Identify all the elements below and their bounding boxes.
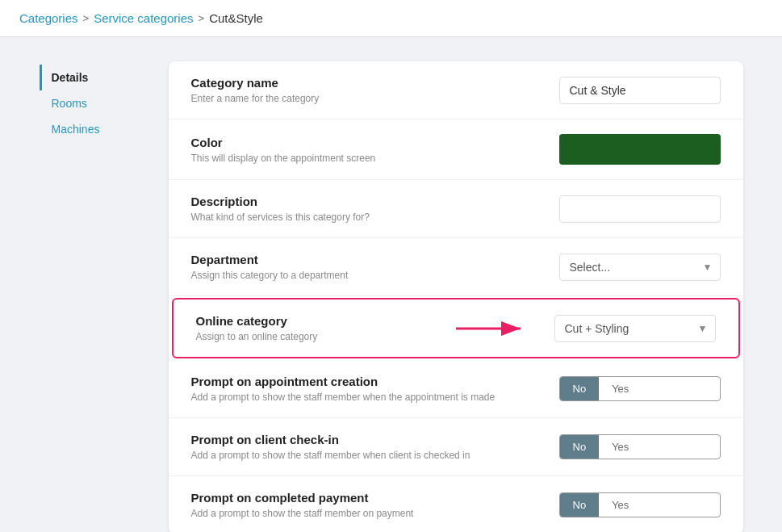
control-online-category: Cut + Styling Hair Color Treatments ▼ [554,315,716,342]
field-info-prompt-checkin: Prompt on client check-in Add a prompt t… [191,433,543,461]
select-wrapper-department: Select... ▼ [559,253,721,281]
desc-category-name: Enter a name for the category [191,93,543,104]
field-color: Color This will display on the appointme… [169,119,743,180]
toggle-yes-checkin[interactable]: Yes [599,435,642,459]
control-prompt-appointment: No Yes [559,376,721,401]
toggle-no-checkin[interactable]: No [560,435,600,459]
field-info-department: Department Assign this category to a dep… [191,253,543,281]
field-description: Description What kind of services is thi… [169,180,743,238]
desc-description: What kind of services is this category f… [191,212,543,223]
input-category-name[interactable] [559,77,721,104]
sidebar-item-details[interactable]: Details [40,65,169,90]
form-card: Category name Enter a name for the categ… [169,61,743,532]
toggle-group-appointment: No Yes [559,376,721,401]
label-prompt-appointment: Prompt on appointment creation [191,375,543,388]
sidebar: Details Rooms Machines [40,61,169,532]
control-category-name [559,77,721,104]
desc-department: Assign this category to a department [191,270,543,281]
label-prompt-checkin: Prompt on client check-in [191,433,543,446]
label-department: Department [191,253,543,266]
input-description[interactable] [559,195,721,223]
toggle-group-payment: No Yes [559,492,721,517]
label-color: Color [191,136,543,149]
desc-color: This will display on the appointment scr… [191,153,543,164]
field-prompt-payment: Prompt on completed payment Add a prompt… [169,476,743,532]
arrow-annotation [456,316,529,341]
field-info-online-category: Online category Assign to an online cate… [196,314,354,342]
desc-prompt-payment: Add a prompt to show the staff member on… [191,508,543,519]
control-color [559,134,721,165]
color-swatch[interactable] [559,134,721,165]
field-online-category: Online category Assign to an online cate… [172,298,740,358]
top-bar: Categories > Service categories > Cut&St… [0,0,782,37]
desc-online-category: Assign to an online category [196,331,354,342]
field-department: Department Assign this category to a dep… [169,238,743,296]
control-description [559,195,721,223]
field-info-description: Description What kind of services is thi… [191,195,543,223]
select-wrapper-online-category: Cut + Styling Hair Color Treatments ▼ [554,315,716,342]
breadcrumb-sep-2: > [199,12,205,24]
toggle-yes-payment[interactable]: Yes [599,493,642,517]
breadcrumb: Categories > Service categories > Cut&St… [19,11,763,25]
field-prompt-checkin: Prompt on client check-in Add a prompt t… [169,418,743,476]
main-content: Details Rooms Machines Category name Ent… [20,37,763,532]
breadcrumb-service-categories[interactable]: Service categories [94,11,193,25]
label-description: Description [191,195,543,208]
breadcrumb-current: Cut&Style [209,11,263,25]
toggle-yes-appointment[interactable]: Yes [599,377,642,400]
select-online-category[interactable]: Cut + Styling Hair Color Treatments [554,315,716,342]
field-info-category-name: Category name Enter a name for the categ… [191,76,543,104]
label-category-name: Category name [191,76,543,90]
field-info-prompt-appointment: Prompt on appointment creation Add a pro… [191,375,543,403]
control-prompt-checkin: No Yes [559,434,721,459]
desc-prompt-appointment: Add a prompt to show the staff member wh… [191,392,543,403]
control-prompt-payment: No Yes [559,492,721,517]
field-info-prompt-payment: Prompt on completed payment Add a prompt… [191,491,543,519]
select-department[interactable]: Select... [559,253,721,281]
toggle-no-payment[interactable]: No [560,493,600,517]
field-prompt-appointment: Prompt on appointment creation Add a pro… [169,360,743,418]
breadcrumb-sep-1: > [83,12,90,24]
label-prompt-payment: Prompt on completed payment [191,491,543,505]
label-online-category: Online category [196,314,354,328]
field-category-name: Category name Enter a name for the categ… [169,61,743,119]
toggle-group-checkin: No Yes [559,434,721,459]
sidebar-item-rooms[interactable]: Rooms [40,90,169,116]
field-info-color: Color This will display on the appointme… [191,136,543,164]
sidebar-item-machines[interactable]: Machines [40,116,169,142]
toggle-no-appointment[interactable]: No [560,377,600,400]
breadcrumb-categories[interactable]: Categories [19,11,78,25]
control-department: Select... ▼ [559,253,721,281]
desc-prompt-checkin: Add a prompt to show the staff member wh… [191,450,543,461]
